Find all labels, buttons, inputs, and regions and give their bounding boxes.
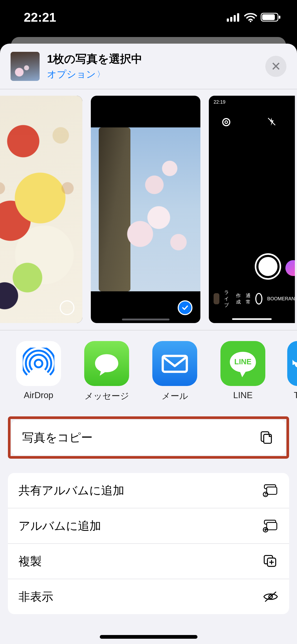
airdrop-icon [16, 341, 61, 386]
hide-icon [263, 589, 279, 605]
svg-line-26 [265, 592, 276, 602]
flash-off-icon [267, 117, 276, 126]
svg-point-11 [35, 360, 43, 367]
action-duplicate[interactable]: 複製 [8, 543, 289, 579]
add-album-icon [263, 518, 279, 534]
action-add-album[interactable]: アルバムに追加 [8, 508, 289, 543]
app-messages[interactable]: メッセージ [83, 341, 130, 402]
share-apps-row[interactable]: AirDrop メッセージ メール LINE LINE [0, 330, 297, 410]
messages-icon [84, 341, 129, 386]
photo-strip[interactable]: 22:19 ライブ 作成 通常 BOOMERAN [0, 89, 297, 330]
svg-rect-7 [279, 16, 280, 19]
overlay-time: 22:19 [214, 99, 225, 105]
action-label: 複製 [18, 554, 42, 569]
app-label: LINE [233, 390, 252, 400]
svg-rect-2 [234, 15, 236, 22]
action-add-shared-album[interactable]: 共有アルバムに追加 [8, 473, 289, 508]
status-time: 22:21 [24, 10, 56, 25]
action-label: 写真をコピー [22, 430, 93, 445]
sakura-photo [91, 127, 200, 291]
status-icons [227, 12, 281, 22]
gallery-thumb-icon [214, 293, 219, 304]
close-icon: ✕ [271, 59, 281, 73]
photo-thumbnail[interactable] [0, 96, 82, 323]
photo-thumbnail[interactable]: 22:19 ライブ 作成 通常 BOOMERAN [209, 96, 295, 323]
home-indicator-icon [232, 318, 272, 320]
header-text: 1枚の写真を選択中 オプション 〉 [47, 52, 265, 81]
screen: 22:21 1枚の写真を選択中 オプション 〉 ✕ [0, 0, 297, 644]
app-label: メール [162, 390, 188, 402]
copy-icon [259, 430, 275, 445]
twitter-icon [287, 341, 297, 386]
options-label: オプション [47, 68, 96, 81]
duplicate-icon [263, 553, 279, 569]
svg-rect-15 [267, 487, 277, 494]
cellular-icon [227, 13, 241, 22]
svg-rect-0 [227, 19, 229, 22]
mail-icon [152, 341, 197, 386]
selection-circle-checked[interactable] [178, 300, 192, 315]
app-label: AirDrop [24, 390, 53, 400]
line-icon: LINE [220, 341, 265, 386]
status-bar: 22:21 [0, 0, 297, 34]
actions-section: 写真をコピー 共有アルバムに追加 アルバムに追加 [0, 416, 297, 614]
highlight-annotation: 写真をコピー [8, 416, 289, 459]
wifi-icon [244, 12, 257, 22]
app-line[interactable]: LINE LINE [219, 341, 267, 402]
svg-point-17 [265, 493, 266, 494]
app-mail[interactable]: メール [151, 341, 199, 402]
photo-thumbnail[interactable] [91, 96, 200, 323]
avatar-icon [285, 260, 295, 276]
svg-point-4 [250, 21, 251, 22]
action-hide[interactable]: 非表示 [8, 579, 289, 614]
action-label: 共有アルバムに追加 [18, 483, 124, 498]
svg-rect-18 [267, 522, 277, 530]
shutter-button-icon [256, 255, 280, 278]
shared-album-icon [263, 482, 279, 498]
app-label: T [294, 390, 297, 400]
svg-point-8 [223, 119, 230, 126]
app-airdrop[interactable]: AirDrop [15, 341, 62, 402]
action-copy-photo[interactable]: 写真をコピー [12, 420, 285, 455]
battery-icon [261, 12, 281, 22]
close-button[interactable]: ✕ [265, 56, 286, 77]
app-twitter[interactable]: T [287, 341, 297, 402]
svg-text:LINE: LINE [234, 357, 251, 366]
action-group: 共有アルバムに追加 アルバムに追加 複製 [8, 473, 289, 614]
options-button[interactable]: オプション 〉 [47, 68, 265, 81]
header-thumbnail [11, 52, 40, 81]
gear-icon [221, 117, 232, 127]
selection-title: 1枚の写真を選択中 [47, 52, 265, 66]
svg-rect-1 [230, 17, 232, 22]
action-label: 非表示 [18, 589, 53, 605]
camera-ui-screenshot: 22:19 ライブ 作成 通常 BOOMERAN [209, 96, 295, 323]
svg-rect-14 [264, 434, 271, 443]
action-label: アルバムに追加 [18, 518, 101, 534]
home-indicator [100, 635, 197, 639]
action-group: 写真をコピー [12, 420, 285, 455]
share-header: 1枚の写真を選択中 オプション 〉 ✕ [0, 44, 297, 89]
app-label: メッセージ [84, 390, 129, 402]
mode-ring-icon [255, 293, 262, 305]
svg-rect-6 [262, 14, 275, 20]
chevron-right-icon: 〉 [97, 69, 105, 80]
svg-rect-3 [237, 13, 239, 22]
selection-circle[interactable] [60, 300, 74, 315]
svg-point-9 [225, 121, 228, 123]
camera-modes: ライブ 作成 通常 BOOMERAN [209, 289, 295, 308]
share-sheet: 1枚の写真を選択中 オプション 〉 ✕ [0, 44, 297, 644]
check-icon [181, 304, 189, 312]
